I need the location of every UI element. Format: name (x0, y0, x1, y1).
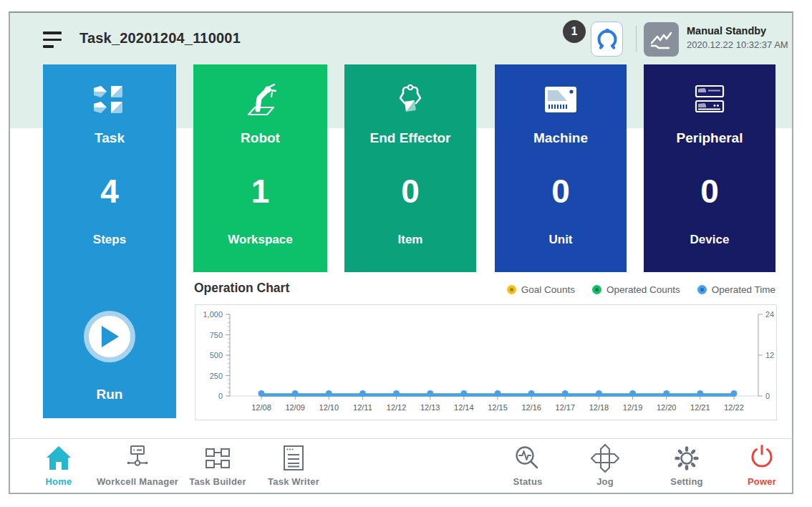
chart-legend: Goal Counts Operated Counts Operated Tim… (507, 284, 775, 295)
task-icon (43, 82, 176, 117)
nav-task-writer[interactable]: Task Writer (247, 444, 340, 487)
status-icon (513, 444, 542, 473)
task-writer-icon (279, 444, 308, 473)
svg-text:750: 750 (210, 331, 223, 339)
card-task-value: 4 (43, 172, 176, 211)
svg-text:12/15: 12/15 (488, 403, 508, 412)
gripper-tool-button[interactable] (591, 21, 623, 57)
legend-operated-time: Operated Time (697, 284, 775, 295)
legend-operated-counts: Operated Counts (592, 284, 680, 295)
nav-jog[interactable]: Jog (559, 444, 652, 487)
svg-text:0: 0 (218, 392, 223, 400)
machine-icon (495, 82, 627, 117)
svg-text:12/21: 12/21 (690, 403, 710, 412)
svg-text:1,000: 1,000 (203, 310, 223, 319)
status-timestamp: 2020.12.22 10:32:37 AM (687, 39, 788, 50)
card-machine[interactable]: Machine 0 Unit (495, 64, 627, 272)
nav-divider (10, 438, 792, 439)
svg-text:12/17: 12/17 (556, 403, 576, 412)
card-task-unit: Steps (43, 233, 176, 247)
card-task-label: Task (43, 130, 176, 146)
card-end-effector-value: 0 (344, 172, 476, 211)
svg-text:12/11: 12/11 (353, 403, 372, 412)
power-icon (748, 444, 776, 473)
svg-text:12/10: 12/10 (319, 403, 339, 412)
card-machine-unit: Unit (495, 233, 627, 247)
workcell-manager-icon (123, 444, 152, 473)
run-button[interactable]: Run (43, 311, 176, 402)
menu-icon[interactable] (43, 32, 62, 49)
robot-mode-status: Manual Standby (687, 25, 766, 37)
home-icon (44, 444, 73, 473)
card-end-effector-unit: Item (344, 233, 476, 247)
operated-time-dot-icon (697, 285, 707, 294)
svg-text:24: 24 (765, 310, 774, 319)
svg-text:12/09: 12/09 (285, 403, 305, 412)
card-robot-unit: Workspace (193, 233, 327, 247)
svg-text:12/22: 12/22 (724, 403, 744, 412)
run-button-label: Run (43, 387, 176, 402)
notification-badge[interactable]: 1 (563, 20, 586, 43)
nav-workcell-manager[interactable]: Workcell Manager (91, 444, 184, 487)
operation-chart: 02505007501,0000122412/0812/0912/1012/11… (195, 304, 777, 420)
svg-text:12/13: 12/13 (420, 403, 440, 412)
card-machine-label: Machine (495, 130, 627, 146)
peripheral-icon (644, 82, 775, 117)
card-end-effector-label: End Effector (344, 130, 476, 146)
card-machine-value: 0 (495, 172, 627, 211)
svg-text:12/12: 12/12 (387, 403, 407, 412)
card-robot-value: 1 (193, 172, 327, 211)
svg-text:12/20: 12/20 (657, 403, 677, 412)
nav-power[interactable]: Power (715, 444, 793, 487)
card-peripheral[interactable]: Peripheral 0 Device (644, 64, 775, 272)
card-robot[interactable]: Robot 1 Workspace (193, 64, 327, 272)
svg-text:0: 0 (765, 392, 770, 400)
play-icon (84, 311, 135, 362)
legend-goal-counts: Goal Counts (507, 284, 575, 295)
hand-icon (649, 29, 674, 50)
manual-mode-button[interactable] (644, 22, 679, 57)
svg-text:250: 250 (210, 372, 223, 380)
operation-chart-title: Operation Chart (194, 281, 289, 296)
card-end-effector[interactable]: End Effector 0 Item (344, 64, 476, 272)
task-builder-icon (203, 444, 232, 473)
goal-counts-dot-icon (507, 285, 516, 294)
card-peripheral-unit: Device (644, 233, 775, 247)
card-peripheral-value: 0 (644, 172, 775, 211)
svg-text:12/08: 12/08 (251, 403, 271, 412)
page-title: Task_20201204_110001 (79, 30, 241, 47)
svg-text:12/18: 12/18 (589, 403, 609, 412)
setting-icon (672, 444, 701, 473)
header-divider (636, 26, 637, 52)
robot-arm-icon (193, 82, 327, 117)
app-window: Task_20201204_110001 1 Manual Standby 20… (9, 11, 793, 494)
svg-text:12/19: 12/19 (623, 403, 643, 412)
jog-icon (591, 444, 619, 473)
end-effector-icon (344, 82, 476, 117)
gripper-icon (596, 26, 619, 52)
card-peripheral-label: Peripheral (644, 130, 775, 146)
card-robot-label: Robot (193, 130, 327, 146)
svg-text:12/14: 12/14 (454, 403, 474, 412)
card-task[interactable]: Task 4 Steps Run (43, 64, 176, 418)
svg-text:500: 500 (210, 351, 223, 359)
svg-text:12/16: 12/16 (521, 403, 541, 412)
operated-counts-dot-icon (592, 285, 601, 294)
svg-text:12: 12 (765, 351, 774, 359)
